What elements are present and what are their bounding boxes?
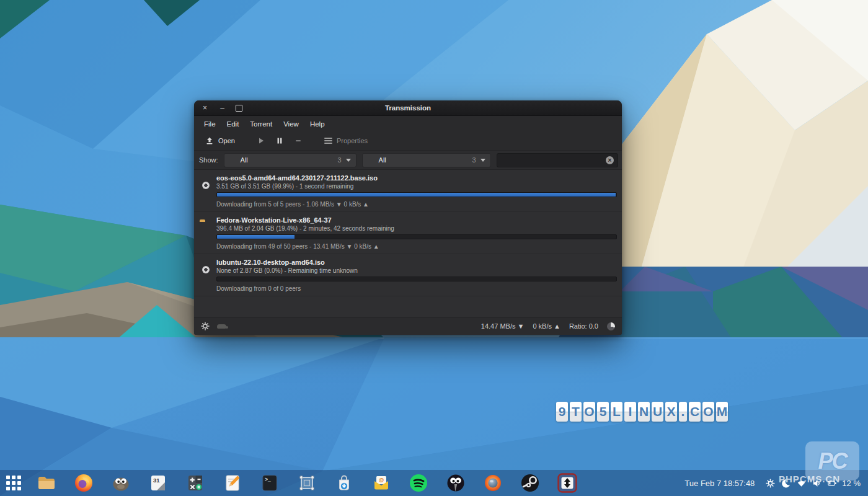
taskbar-gimp-icon[interactable] [110, 472, 131, 494]
torrent-status: 396.4 MB of 2.04 GB (19.4%) - 2 minutes,… [216, 225, 617, 232]
watermark-tile: . [679, 402, 687, 422]
statusbar-stats: 14.47 MB/s ▼ 0 kB/s ▲ Ratio: 0.0 [481, 322, 615, 330]
gear-icon[interactable] [201, 322, 210, 330]
search-input[interactable]: × [497, 153, 618, 167]
watermark-tile: O [583, 402, 595, 422]
taskbar-terminal-icon[interactable]: >_ [259, 472, 280, 494]
statusbar: 14.47 MB/s ▼ 0 kB/s ▲ Ratio: 0.0 [194, 317, 622, 335]
transmission-window: × – Transmission File Edit Torrent View … [194, 100, 622, 335]
settings-gear-icon[interactable] [766, 479, 775, 488]
taskbar-steam-icon[interactable] [520, 472, 541, 494]
pause-icon [276, 137, 283, 144]
maximize-icon[interactable] [236, 105, 242, 112]
progress-bar [216, 277, 617, 281]
watermark-tile: 5 [597, 402, 609, 422]
torrent-peers: Downloading from 5 of 5 peers - 1.06 MB/… [216, 200, 617, 211]
torrent-row[interactable]: lubuntu-22.10-desktop-amd64.iso None of … [194, 254, 622, 296]
watermark-tile: O [702, 402, 714, 422]
taskbar-smplayer-icon[interactable] [482, 472, 503, 494]
torrent-peers: Downloading from 0 of 0 peers [216, 284, 617, 296]
show-label: Show: [198, 156, 218, 164]
watermark-tile: M [716, 402, 728, 422]
watermark-site-text: PHPCMS.CN [779, 474, 840, 484]
ratio-pie-icon[interactable] [607, 322, 615, 330]
state-filter-value: All [229, 156, 248, 164]
remove-torrent-button[interactable] [291, 135, 306, 146]
watermark-tile: T [570, 402, 582, 422]
taskbar-text-editor-icon[interactable] [222, 472, 243, 494]
torrent-row[interactable]: Fedora-Workstation-Live-x86_64-37 396.4 … [194, 212, 622, 254]
progress-fill [217, 193, 616, 197]
menubar: File Edit Torrent View Help [194, 116, 622, 131]
menu-help[interactable]: Help [305, 118, 330, 130]
iso-disc-icon [200, 179, 212, 192]
menu-torrent[interactable]: Torrent [245, 118, 277, 130]
open-label: Open [218, 137, 235, 144]
speed-limit-turtle-icon[interactable] [217, 324, 226, 329]
dock: 31 [36, 472, 578, 494]
app-launcher-icon[interactable] [6, 476, 21, 490]
svg-text:31: 31 [153, 477, 160, 484]
torrent-list: eos-eos5.0-amd64-amd64.230127-211122.bas… [194, 170, 622, 317]
watermark-tile: X [665, 402, 677, 422]
download-speed: 14.47 MB/s ▼ [481, 322, 525, 330]
menu-view[interactable]: View [278, 118, 304, 130]
torrent-name: lubuntu-22.10-desktop-amd64.iso [216, 259, 617, 266]
svg-text:>_: >_ [265, 476, 271, 482]
chevron-down-icon [480, 159, 485, 162]
upload-icon [205, 136, 214, 145]
taskbar-software-center-icon[interactable] [334, 472, 355, 494]
clock[interactable]: Tue Feb 7 18:57:48 [684, 479, 755, 488]
taskbar-transmission-icon[interactable] [557, 472, 578, 494]
watermark-tile: U [652, 402, 663, 422]
torrent-peers: Downloading from 49 of 50 peers - 13.41 … [216, 242, 617, 254]
watermark-9to5linux: 9 T O 5 L I N U X . C O M [556, 402, 728, 422]
torrent-name: Fedora-Workstation-Live-x86_64-37 [216, 216, 617, 224]
menu-edit[interactable]: Edit [222, 118, 244, 130]
properties-icon [324, 138, 332, 144]
progress-fill [217, 235, 294, 239]
menu-file[interactable]: File [199, 118, 221, 130]
taskbar-firefox-icon[interactable] [73, 472, 94, 494]
tracker-filter-count: 3 [472, 156, 476, 164]
pause-torrent-button[interactable] [272, 135, 287, 146]
window-controls: × – [201, 100, 242, 115]
torrent-status: 3.51 GB of 3.51 GB (99.9%) - 1 second re… [216, 183, 617, 190]
window-title: Transmission [385, 104, 431, 112]
taskbar-file-manager-icon[interactable] [36, 472, 57, 494]
taskbar-calculator-icon[interactable] [185, 472, 206, 494]
state-filter-dropdown[interactable]: All 3 [224, 153, 356, 167]
clear-search-icon[interactable]: × [606, 156, 614, 164]
progress-bar [216, 234, 617, 239]
taskbar-boxes-icon[interactable] [296, 472, 317, 494]
upload-speed: 0 kB/s ▲ [533, 322, 560, 330]
taskbar-spotify-icon[interactable] [408, 472, 429, 494]
titlebar[interactable]: × – Transmission [194, 100, 622, 116]
close-icon[interactable]: × [201, 104, 209, 112]
progress-bar [216, 192, 617, 197]
taskbar-calendar-icon[interactable]: 31 [148, 472, 169, 494]
watermark-tile: L [611, 402, 622, 422]
play-icon [257, 137, 265, 144]
torrent-name: eos-eos5.0-amd64-amd64.230127-211122.bas… [216, 174, 617, 182]
filterbar: Show: All 3 All 3 × [194, 151, 622, 170]
taskbar: 31 [0, 470, 868, 496]
toolbar: Open Properties [194, 131, 622, 151]
torrent-row[interactable]: eos-eos5.0-amd64-amd64.230127-211122.bas… [194, 170, 622, 212]
tracker-filter-value: All [368, 156, 386, 164]
chevron-down-icon [346, 159, 351, 162]
ratio-label: Ratio: 0.0 [569, 322, 598, 330]
iso-disc-icon [200, 264, 212, 276]
taskbar-mail-icon[interactable]: @ [371, 472, 392, 494]
state-filter-count: 3 [337, 156, 341, 164]
torrent-status: None of 2.87 GB (0.0%) - Remaining time … [216, 267, 617, 274]
svg-text:@: @ [379, 477, 384, 483]
open-button[interactable]: Open [202, 135, 239, 147]
taskbar-bird-app-icon[interactable] [445, 472, 466, 494]
tracker-filter-dropdown[interactable]: All 3 [362, 153, 491, 167]
minimize-icon[interactable]: – [218, 104, 226, 112]
watermark-tile: I [624, 402, 636, 422]
minus-icon [294, 137, 302, 144]
properties-button[interactable]: Properties [321, 135, 371, 146]
start-torrent-button[interactable] [254, 135, 268, 146]
